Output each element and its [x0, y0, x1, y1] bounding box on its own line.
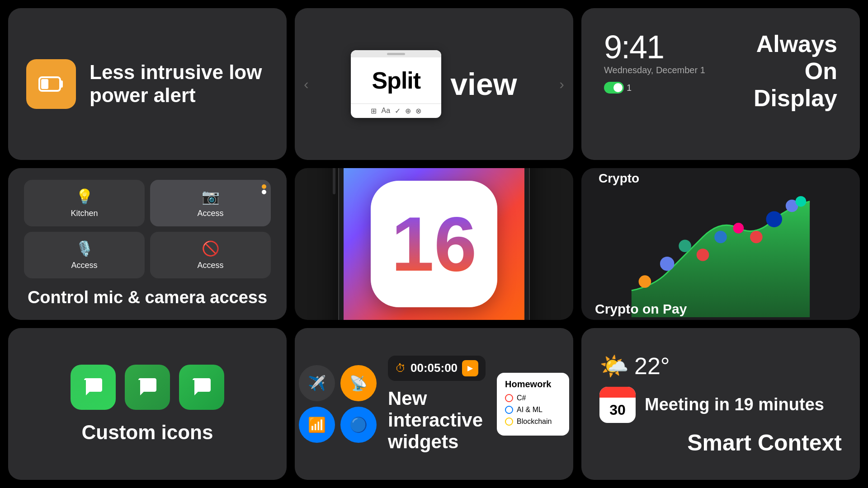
card-smart: 🌤️ 22° 30 Meeting in 19 minutes Smart Co… [581, 328, 860, 480]
svg-point-7 [714, 230, 727, 243]
svg-point-3 [639, 275, 651, 288]
camera-label-access3: Access [197, 261, 223, 270]
homework-circle-1 [505, 394, 513, 402]
toolbar-font-icon: Aa [381, 107, 390, 115]
card-iphone: 16 [295, 168, 573, 320]
split-doc-body: Split [351, 57, 441, 103]
aod-toggle-switch[interactable] [604, 82, 624, 94]
camera-cell-access2: 🎙️ Access [24, 232, 145, 278]
crypto-header: Crypto [595, 171, 639, 186]
ios16-number: 16 [391, 206, 476, 282]
iphone-body: 16 [339, 168, 529, 320]
smart-top: 30 Meeting in 19 minutes [599, 387, 824, 423]
toolbar-plus-icon: ⊕ [405, 107, 411, 115]
homework-item-3: Blockchain [505, 418, 561, 426]
split-right-arrow-icon[interactable]: › [559, 76, 564, 93]
bluetooth-btn[interactable]: 🔵 [340, 407, 377, 443]
icons-row [71, 365, 224, 410]
svg-point-10 [766, 211, 782, 227]
svg-point-9 [750, 230, 763, 243]
homework-text-1: C# [517, 394, 526, 402]
widget-controls: ✈️ 📡 📶 🔵 [299, 365, 377, 443]
lightbulb-icon: 💡 [75, 188, 94, 205]
wifi-btn[interactable]: 📶 [299, 407, 335, 443]
microphone-icon: 🎙️ [75, 240, 94, 257]
camera-label-access2: Access [71, 261, 97, 270]
smart-meeting-text: Meeting in 19 minutes [645, 394, 824, 415]
svg-rect-2 [41, 79, 48, 89]
card-icons: Custom icons [8, 328, 287, 480]
smart-cal-top [599, 387, 636, 398]
iphone-container: 16 [339, 168, 529, 320]
split-view-inner: Split ⊞ Aa ✓ ⊕ ⊗ view [295, 8, 573, 160]
message-bubble-svg-3 [189, 375, 214, 400]
card-widgets: ✈️ 📡 📶 🔵 ⏱ 00:05:00 ▶ New interactive wi… [295, 328, 573, 480]
homework-circle-3 [505, 418, 513, 426]
svg-point-12 [796, 196, 807, 206]
crypto-subtitle: Crypto on Pay [595, 301, 687, 317]
camera-dot-white [262, 190, 266, 194]
homework-circle-2 [505, 406, 513, 414]
widget-timer: ⏱ 00:05:00 ▶ [388, 356, 486, 381]
smart-temp: 22° [634, 352, 670, 380]
split-left-arrow-icon[interactable]: ‹ [304, 76, 309, 93]
crypto-subtitle-text: Crypto on [595, 301, 663, 316]
svg-point-4 [660, 256, 675, 271]
ios16-logo: 16 [371, 181, 497, 307]
svg-rect-1 [60, 80, 63, 88]
toolbar-check-icon: ✓ [395, 107, 401, 115]
camera-cell-access1: 📷 Access [150, 180, 271, 226]
widgets-label: New interactive widgets [388, 388, 486, 453]
camera-dot-orange [262, 184, 266, 189]
camera-cell-access3: 🚫 Access [150, 232, 271, 278]
toolbar-grid-icon: ⊞ [371, 107, 377, 115]
camera-label-access1: Access [197, 209, 223, 218]
timer-time: 00:05:00 [410, 361, 458, 375]
smart-temp-row: 🌤️ 22° [599, 352, 670, 380]
card-always-on: 9:41 Wednesday, December 1 1 Always On D… [581, 8, 860, 160]
camera-cell-kitchen: 💡 Kitchen [24, 180, 145, 226]
weather-icon: 🌤️ [599, 352, 629, 380]
aod-title: Always On Display [723, 31, 837, 112]
aod-date: Wednesday, December 1 [604, 65, 705, 75]
low-power-text: Less intrusive low power alert [90, 61, 269, 107]
widgets-center: ⏱ 00:05:00 ▶ New interactive widgets [388, 356, 486, 453]
homework-text-3: Blockchain [517, 418, 552, 426]
svg-point-8 [733, 223, 744, 234]
smart-cal-num: 30 [599, 398, 636, 423]
svg-point-6 [697, 249, 709, 261]
aod-time: 9:41 [604, 31, 705, 63]
split-view-word: view [450, 66, 517, 102]
homework-item-2: AI & ML [505, 406, 561, 414]
svg-point-5 [679, 239, 691, 252]
aod-toggle[interactable]: 1 [604, 82, 705, 94]
message-bubble-svg-1 [80, 375, 106, 400]
crypto-chart: Crypto on Pay [595, 192, 846, 317]
homework-text-2: AI & ML [517, 406, 542, 414]
podcast-btn[interactable]: 📡 [340, 365, 377, 401]
card-split-view: ‹ Split ⊞ Aa ✓ ⊕ ⊗ view › [295, 8, 573, 160]
smart-calendar: 30 [599, 387, 636, 423]
split-doc-header [351, 50, 441, 57]
smart-context-label: Smart Context [687, 430, 842, 456]
messages-icon-2 [125, 365, 170, 410]
battery-icon-container [26, 59, 76, 109]
messages-icon-3 [179, 365, 224, 410]
card-crypto: Crypto Crypto [581, 168, 860, 320]
toolbar-share-icon: ⊗ [415, 107, 421, 115]
message-bubble-svg-2 [135, 375, 160, 400]
aod-toggle-knob [613, 83, 623, 92]
crypto-apple-icon: Pay [663, 301, 687, 316]
homework-item-1: C# [505, 394, 561, 402]
custom-icons-label: Custom icons [82, 421, 213, 444]
widget-homework: Homework C# AI & ML Blockchain [497, 373, 569, 436]
homework-title: Homework [505, 379, 561, 389]
camera-grid: 💡 Kitchen 📷 Access 🎙️ Access 🚫 Access [24, 180, 271, 278]
timer-play-btn[interactable]: ▶ [462, 360, 478, 376]
aod-toggle-num: 1 [627, 83, 632, 93]
camera-slash-icon: 🚫 [202, 240, 220, 257]
split-word: Split [372, 67, 420, 94]
battery-icon [38, 70, 65, 98]
airplane-mode-btn[interactable]: ✈️ [299, 365, 335, 401]
aod-time-section: 9:41 Wednesday, December 1 1 [604, 31, 705, 94]
